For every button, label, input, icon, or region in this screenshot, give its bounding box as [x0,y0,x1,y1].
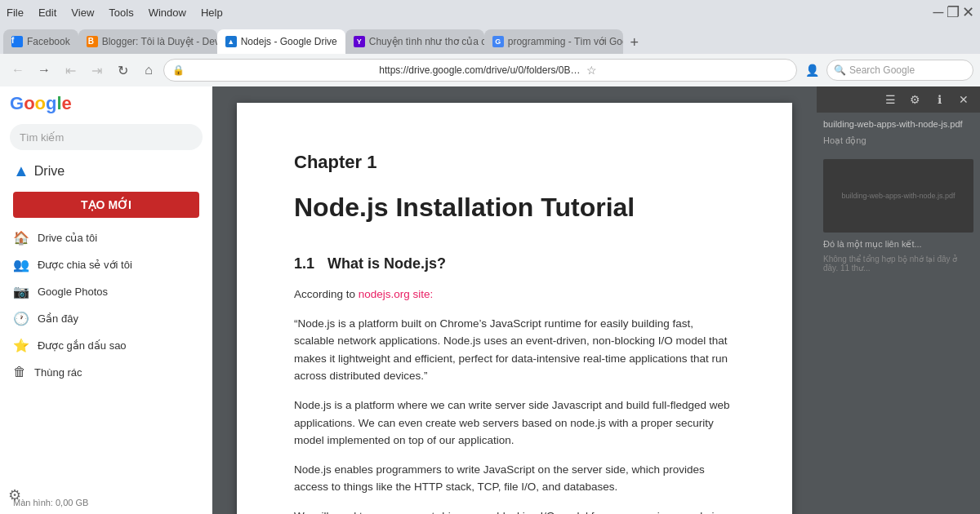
google-drive-sidebar: Google Tìm kiếm ▲ Drive TẠO MỚI 🏠 Drive … [0,86,212,514]
nodejs-link[interactable]: nodejs.org site: [359,288,434,300]
new-tab-button[interactable]: + [623,31,646,54]
pdf-according-to: According to nodejs.org site: [294,286,735,304]
search-icon: 🔍 [834,64,846,76]
tab-blogger-label: Blogger: Tôi là Duyệt - Dev... [102,36,217,47]
tab-drive-label: Nodejs - Google Drive [241,36,337,47]
new-button[interactable]: TẠO MỚI [13,192,199,218]
blogger-favicon: B [87,36,98,47]
drive-header: ▲ Drive [0,157,212,185]
sidebar-footer: Màn hình: 0,00 GB [0,491,212,514]
sidebar-item-photos-label: Google Photos [38,286,108,298]
google-logo: Google [10,93,72,114]
menu-window[interactable]: Window [149,7,186,19]
drive-icon: ▲ [13,162,29,180]
menu-bar: File Edit View Tools Window Help [7,7,223,19]
thumb-label: building-web-apps-with-node.js.pdf [838,188,958,203]
pdf-quote: “Node.js is a platform built on Chrome’s… [294,315,735,385]
right-panel-close-btn[interactable]: ✕ [954,90,973,109]
pdf-viewer-area[interactable]: Chapter 1 Node.js Installation Tutorial … [212,86,817,514]
bookmark-icon[interactable]: ☆ [586,64,788,77]
photos-icon: 📷 [13,284,29,299]
shared-icon: 👥 [13,257,29,273]
url-text: https://drive.google.com/drive/u/0/folde… [379,64,581,76]
right-panel-menu-btn[interactable]: ☰ [880,90,900,109]
tab-drive[interactable]: ▲ Nodejs - Google Drive [217,29,345,54]
search-placeholder-text: Search Google [849,64,915,76]
right-panel-toolbar: ☰ ⚙ ℹ ✕ [817,86,980,113]
tab-yahoo-label: Chuyện tình như thơ của cô... [369,36,484,47]
sidebar-header: Google [0,86,212,121]
sidebar-item-my-drive-label: Drive của tôi [38,232,97,244]
right-panel-content: building-web-apps-with-node-js.pdf Hoạt … [817,113,980,514]
right-panel-note1: Đó là một mục liên kết... [823,239,973,250]
my-drive-icon: 🏠 [13,230,29,246]
facebook-favicon: f [11,36,23,47]
section-title-text: What is Node.js? [327,255,446,273]
settings-icon[interactable]: ⚙ [8,486,21,504]
last-button[interactable]: ⇥ [85,59,108,82]
storage-text: Màn hình: 0,00 GB [13,498,88,507]
sidebar-item-my-drive[interactable]: 🏠 Drive của tôi [0,224,212,251]
starred-icon: ⭐ [13,338,29,353]
search-bar[interactable]: 🔍 Search Google [826,60,973,81]
pdf-para3: We will need to use an event-driven, non… [294,507,735,514]
right-panel-info-btn[interactable]: ℹ [929,90,949,109]
menu-file[interactable]: File [7,7,24,19]
sidebar-item-trash[interactable]: 🗑 Thùng rác [0,359,212,385]
url-bar[interactable]: 🔒 https://drive.google.com/drive/u/0/fol… [163,59,797,82]
tabs-bar: f Facebook B Blogger: Tôi là Duyệt - Dev… [0,24,980,54]
tab-google-search[interactable]: G programming - Tìm với Goo... [484,29,623,54]
right-panel-filename: building-web-apps-with-node-js.pdf [823,119,973,129]
tab-facebook[interactable]: f Facebook [3,29,78,54]
first-button[interactable]: ⇤ [59,59,82,82]
sidebar-item-starred[interactable]: ⭐ Được gắn dấu sao [0,332,212,359]
sidebar-item-starred-label: Được gắn dấu sao [38,339,127,352]
sidebar-item-shared-label: Được chia sẻ với tôi [38,259,132,271]
yahoo-favicon: Y [354,36,365,47]
nav-bar: ← → ⇤ ⇥ ↻ ⌂ 🔒 https://drive.google.com/d… [0,54,980,86]
sidebar-item-recent-label: Gần đây [38,312,78,325]
recent-icon: 🕐 [13,311,29,326]
menu-view[interactable]: View [71,7,94,19]
menu-edit[interactable]: Edit [38,7,56,19]
user-icon[interactable]: 👤 [800,59,823,82]
forward-button[interactable]: → [33,59,56,82]
tab-yahoo[interactable]: Y Chuyện tình như thơ của cô... [345,29,484,54]
sidebar-item-shared[interactable]: 👥 Được chia sẻ với tôi [0,251,212,278]
close-button[interactable]: ✕ [962,7,973,18]
lock-icon: 🔒 [172,64,374,76]
right-panel: ☰ ⚙ ℹ ✕ building-web-apps-with-node-js.p… [817,86,980,514]
pdf-chapter: Chapter 1 [294,152,735,173]
title-bar: File Edit View Tools Window Help ─ ❐ ✕ [0,0,980,24]
drive-label: Drive [34,164,65,179]
pdf-para1: Node.js is a platform where we can write… [294,397,735,450]
right-panel-status: Hoạt động [823,135,973,146]
sidebar-item-photos[interactable]: 📷 Google Photos [0,278,212,305]
sidebar-search[interactable]: Tìm kiếm [10,124,203,150]
browser-frame: File Edit View Tools Window Help ─ ❐ ✕ f… [0,0,980,514]
pdf-para2: Node.js enables programmers to write Jav… [294,461,735,496]
window-controls: ─ ❐ ✕ [933,7,973,18]
pdf-title: Node.js Installation Tutorial [294,193,735,223]
trash-icon: 🗑 [13,365,26,379]
menu-help[interactable]: Help [201,7,223,19]
tab-blogger[interactable]: B Blogger: Tôi là Duyệt - Dev... [78,29,217,54]
sidebar-search-placeholder: Tìm kiếm [20,131,64,144]
sidebar-item-recent[interactable]: 🕐 Gần đây [0,305,212,332]
main-area: Google Tìm kiếm ▲ Drive TẠO MỚI 🏠 Drive … [0,86,980,514]
back-button[interactable]: ← [7,59,29,82]
pdf-page: Chapter 1 Node.js Installation Tutorial … [237,103,792,514]
maximize-button[interactable]: ❐ [947,7,959,18]
tab-facebook-label: Facebook [27,36,70,47]
home-button[interactable]: ⌂ [137,59,160,82]
minimize-button[interactable]: ─ [933,7,944,18]
google-search-favicon: G [492,36,504,47]
tab-google-search-label: programming - Tìm với Goo... [508,36,623,47]
right-panel-settings-btn[interactable]: ⚙ [905,90,924,109]
according-to-text: According to [294,288,359,300]
right-panel-thumbnail: building-web-apps-with-node.js.pdf [823,159,973,233]
drive-favicon: ▲ [225,36,237,47]
right-panel-footer: Không thể tổng hợp bộ nhớ tại đây ở đây.… [823,255,973,273]
menu-tools[interactable]: Tools [109,7,133,19]
refresh-button[interactable]: ↻ [111,59,134,82]
